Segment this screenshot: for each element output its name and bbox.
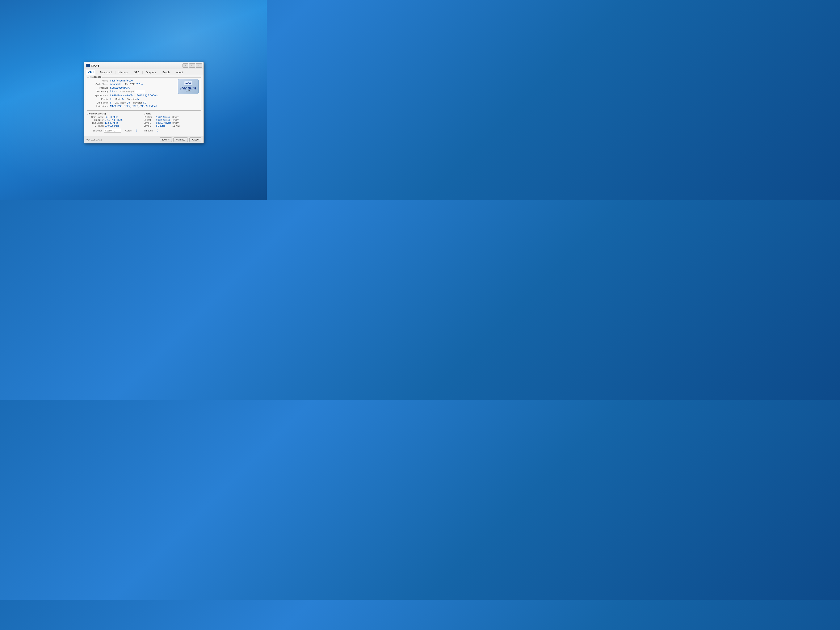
tab-separator-7: | [185, 71, 186, 74]
core-speed-row: Core Speed 931.11 MHz [87, 116, 144, 118]
svg-rect-4 [88, 66, 88, 66]
specification-label: Specification [90, 94, 108, 97]
clocks-cache-section: Clocks (Core #0) Core Speed 931.11 MHz M… [87, 112, 201, 128]
codename-row: Code Name Arrandale Max TDP 25.0 W [90, 83, 175, 86]
selection-section: Selection Cores 2 Threads 2 [87, 129, 201, 133]
title-bar: CPU-Z − □ × [84, 62, 204, 69]
window-controls: − □ × [183, 63, 202, 68]
name-row: Name Intel Pentium P6100 [90, 79, 175, 82]
intel-inside-label: inside [186, 90, 191, 92]
l1-inst-way: 4-way [172, 118, 178, 121]
bottom-bar: Ver. 2.08.0.x32 Tools ▼ Validate Close [84, 136, 204, 143]
family-value: 6 [110, 98, 112, 101]
tab-graphics[interactable]: Graphics [144, 70, 158, 75]
bus-speed-row: Bus Speed 133.02 MHz [87, 122, 144, 124]
level2-row: Level 2 2 x 256 KBytes 8-way [144, 122, 201, 124]
instructions-value: MMX, SSE, SSE2, SSE3, SSSE3, EM64T [110, 105, 157, 108]
codename-value: Arrandale [110, 83, 121, 86]
tools-button[interactable]: Tools ▼ [160, 137, 172, 142]
multiplier-row: Multiplier x 7.0 (7.0 - 15.0) [87, 118, 144, 121]
processor-group: Processor intel Pentium inside Name Inte… [87, 77, 201, 111]
version-text: Ver. 2.08.0.x32 [86, 138, 158, 141]
l1-data-size: 2 x 32 KBytes [156, 116, 172, 118]
revision-label: Revision [133, 101, 142, 104]
technology-label: Technology [90, 90, 108, 93]
intel-pentium-label: Pentium [180, 86, 196, 90]
clocks-column: Clocks (Core #0) Core Speed 931.11 MHz M… [87, 112, 144, 128]
tools-label: Tools [162, 138, 167, 141]
revision-value: K0 [143, 101, 146, 104]
specification-value: Intel® Pentium® CPU P6100 @ 2.00GHz [110, 94, 158, 97]
content-area: Processor intel Pentium inside Name Inte… [84, 75, 204, 136]
minimize-button[interactable]: − [183, 63, 188, 68]
core-voltage-label: Core Voltage [120, 90, 134, 93]
tab-cpu[interactable]: CPU [86, 70, 96, 75]
ext-model-label: Ext. Model [115, 101, 126, 104]
processor-info: Name Intel Pentium P6100 Code Name Arran… [90, 79, 175, 93]
instructions-label: Instructions [90, 105, 108, 107]
ext-family-value: 6 [110, 101, 112, 104]
tab-separator-3: | [130, 71, 131, 74]
level3-way: 12-way [172, 125, 180, 127]
intel-brand: intel [185, 82, 191, 85]
cache-column: Cache L1 Data 2 x 32 KBytes 8-way L1 Ins… [144, 112, 201, 128]
level3-size: 3 MBytes [156, 125, 172, 127]
tab-bench[interactable]: Bench [160, 70, 172, 75]
level2-label: Level 2 [144, 122, 155, 124]
level2-size: 2 x 256 KBytes [156, 122, 172, 124]
tab-mainboard[interactable]: Mainboard [98, 70, 114, 75]
ext-model-value: 25 [127, 101, 130, 104]
qpi-link-label: QPI Link [87, 125, 104, 127]
processor-group-label: Processor [89, 76, 102, 78]
tab-about[interactable]: About [174, 70, 185, 75]
l1-inst-size: 2 x 32 KBytes [156, 118, 172, 121]
tab-separator-1: | [96, 71, 97, 74]
window-title: CPU-Z [91, 64, 183, 67]
model-label: Model [115, 98, 122, 100]
core-speed-label: Core Speed [87, 116, 104, 118]
package-label: Package [90, 87, 108, 89]
qpi-link-row: QPI Link 2394.29 MHz [87, 125, 144, 127]
l1-inst-row: L1 Inst. 2 x 32 KBytes 4-way [144, 118, 201, 121]
validate-button[interactable]: Validate [174, 137, 188, 142]
tab-separator-4: | [142, 71, 143, 74]
name-value: Intel Pentium P6100 [110, 79, 133, 82]
qpi-link-value: 2394.29 MHz [105, 125, 119, 127]
svg-rect-2 [88, 65, 88, 65]
selection-input[interactable] [104, 129, 121, 133]
instructions-row: Instructions MMX, SSE, SSE2, SSE3, SSSE3… [90, 105, 198, 108]
svg-rect-1 [87, 65, 88, 65]
clocks-header: Clocks (Core #0) [87, 112, 144, 115]
ext-family-row: Ext. Family 6 Ext. Model 25 Revision K0 [90, 101, 198, 104]
level2-way: 8-way [172, 122, 178, 124]
tab-separator-2: | [115, 71, 116, 74]
package-value: Socket 989 rPGA [110, 86, 129, 89]
close-app-button[interactable]: Close [189, 137, 201, 142]
level3-row: Level 3 3 MBytes 12-way [144, 125, 201, 127]
core-voltage-input[interactable] [134, 90, 145, 93]
family-row: Family 6 Model 5 Stepping 5 [90, 98, 198, 101]
model-value: 5 [122, 98, 124, 101]
multiplier-value: x 7.0 (7.0 - 15.0) [105, 118, 122, 121]
cores-threads: Cores 2 Threads 2 [125, 129, 162, 132]
maxtdp-value: 25.0 W [136, 83, 143, 85]
close-button[interactable]: × [196, 63, 202, 68]
bus-speed-label: Bus Speed [87, 122, 104, 124]
cpuz-window: CPU-Z − □ × CPU | Mainboard | Memory | S… [84, 62, 204, 144]
bus-speed-value: 133.02 MHz [105, 122, 118, 124]
maxtdp-label: Max TDP [125, 83, 135, 85]
tab-memory[interactable]: Memory [116, 70, 130, 75]
intel-logo: intel Pentium inside [178, 79, 199, 94]
stepping-label: Stepping [127, 98, 136, 100]
maximize-button[interactable]: □ [189, 63, 195, 68]
selection-label: Selection [87, 129, 103, 132]
l1-data-label: L1 Data [144, 116, 155, 118]
multiplier-label: Multiplier [87, 118, 104, 121]
stepping-value: 5 [137, 98, 139, 101]
core-speed-value: 931.11 MHz [105, 116, 118, 118]
cache-header: Cache [144, 112, 201, 115]
ext-family-label: Ext. Family [90, 101, 108, 104]
tab-bar: CPU | Mainboard | Memory | SPD | Graphic… [84, 69, 204, 75]
tab-spd[interactable]: SPD [132, 70, 142, 75]
threads-label: Threads [144, 129, 153, 132]
